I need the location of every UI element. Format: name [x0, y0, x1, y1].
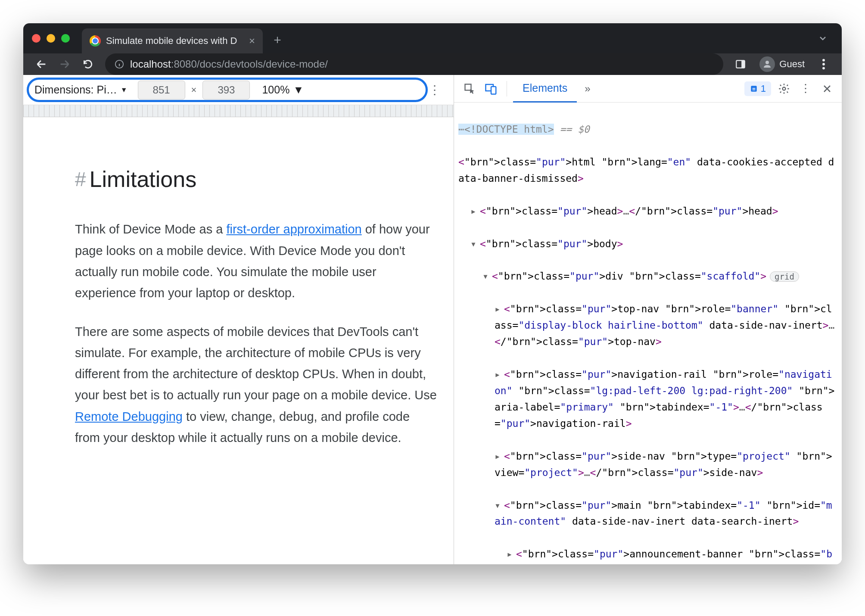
paragraph: There are some aspects of mobile devices…: [75, 321, 437, 449]
close-tab-icon[interactable]: ×: [249, 35, 255, 47]
divider: [507, 81, 507, 96]
new-tab-button[interactable]: +: [268, 31, 287, 50]
svg-point-6: [822, 59, 825, 62]
avatar-icon: [759, 56, 775, 72]
svg-point-8: [822, 67, 825, 69]
maximize-window-button[interactable]: [61, 34, 70, 43]
chevron-down-icon: ▼: [121, 86, 128, 94]
link-remote-debugging[interactable]: Remote Debugging: [75, 410, 183, 423]
browser-menu-icon[interactable]: [813, 54, 834, 75]
times-separator: ×: [190, 84, 199, 96]
titlebar: Simulate mobile devices with D × +: [23, 23, 842, 53]
dom-node[interactable]: ▸<"brn">class="pur">top-nav "brn">role="…: [458, 301, 837, 350]
ruler: [23, 105, 454, 117]
dom-tree[interactable]: ⋯<!DOCTYPE html> == $0 <"brn">class="pur…: [454, 103, 842, 564]
dom-node[interactable]: ▾<"brn">class="pur">div "brn">class="sca…: [458, 268, 837, 285]
dom-node[interactable]: ▸<"brn">class="pur">navigation-rail "brn…: [458, 367, 837, 432]
link-first-order[interactable]: first-order approximation: [226, 222, 361, 236]
hash-icon: #: [75, 162, 86, 196]
info-icon: [115, 59, 124, 69]
svg-rect-11: [491, 87, 496, 94]
dom-node[interactable]: ▾<"brn">class="pur">body>: [458, 236, 837, 252]
close-devtools-icon[interactable]: [818, 80, 836, 97]
url-text: localhost:8080/docs/devtools/device-mode…: [130, 58, 328, 70]
back-button[interactable]: [31, 54, 52, 75]
paragraph: Think of Device Mode as a first-order ap…: [75, 219, 437, 304]
height-input[interactable]: [202, 81, 250, 100]
device-mode-pane: Dimensions: Pi… ▼ × 100% ▼ ⋮ #Limitation…: [23, 75, 454, 564]
dom-node[interactable]: ▸<"brn">class="pur">announcement-banner …: [458, 546, 837, 564]
forward-button[interactable]: [54, 54, 75, 75]
device-toolbar: Dimensions: Pi… ▼ × 100% ▼ ⋮: [23, 75, 454, 105]
devtools-pane: Elements » 1 ⋮ ⋯<!DOCTYPE html>: [454, 75, 842, 564]
dom-node[interactable]: ▸<"brn">class="pur">side-nav "brn">type=…: [458, 448, 837, 481]
device-toggle-icon[interactable]: [482, 79, 501, 98]
more-tabs-icon[interactable]: »: [579, 83, 595, 95]
page-viewport[interactable]: #Limitations Think of Device Mode as a f…: [23, 117, 454, 564]
devtools-toolbar: Elements » 1 ⋮: [454, 75, 842, 103]
profile-button[interactable]: Guest: [753, 54, 811, 75]
svg-rect-4: [741, 60, 745, 68]
dom-node[interactable]: ▾<"brn">class="pur">main "brn">tabindex=…: [458, 498, 837, 530]
dimensions-dropdown[interactable]: Dimensions: Pi… ▼: [28, 84, 134, 96]
content-area: Dimensions: Pi… ▼ × 100% ▼ ⋮ #Limitation…: [23, 75, 842, 564]
tab-title: Simulate mobile devices with D: [106, 35, 237, 47]
chrome-icon: [90, 35, 101, 47]
close-window-button[interactable]: [32, 34, 40, 43]
address-bar: localhost:8080/docs/devtools/device-mode…: [23, 53, 842, 75]
url-input[interactable]: localhost:8080/docs/devtools/device-mode…: [105, 53, 723, 75]
dom-node[interactable]: <"brn">class="pur">html "brn">lang="en" …: [458, 154, 837, 187]
side-panel-icon[interactable]: [730, 54, 751, 75]
zoom-dropdown[interactable]: 100% ▼: [254, 84, 311, 96]
width-input[interactable]: [138, 81, 185, 100]
devtools-menu-icon[interactable]: ⋮: [797, 80, 814, 97]
dom-node[interactable]: ▸<"brn">class="pur">head>…</"brn">class=…: [458, 203, 837, 220]
minimize-window-button[interactable]: [47, 34, 55, 43]
device-toolbar-menu-icon[interactable]: ⋮: [429, 88, 441, 92]
page-heading: #Limitations: [75, 160, 437, 198]
grid-badge[interactable]: grid: [770, 271, 799, 282]
svg-rect-14: [752, 89, 755, 90]
settings-icon[interactable]: [775, 80, 793, 97]
svg-rect-13: [752, 88, 755, 89]
tabs-dropdown-icon[interactable]: [812, 33, 833, 44]
reload-button[interactable]: [78, 54, 98, 75]
chevron-down-icon: ▼: [293, 84, 304, 96]
issue-icon: [750, 84, 758, 93]
inspect-icon[interactable]: [460, 79, 479, 98]
tab-elements[interactable]: Elements: [513, 75, 577, 103]
window-controls: [32, 34, 70, 43]
svg-point-7: [822, 63, 825, 65]
browser-tab[interactable]: Simulate mobile devices with D ×: [82, 28, 263, 53]
svg-point-5: [765, 61, 769, 64]
browser-window: Simulate mobile devices with D × + local…: [23, 23, 842, 564]
svg-point-15: [783, 87, 786, 90]
issues-badge[interactable]: 1: [744, 81, 771, 96]
profile-label: Guest: [779, 59, 805, 70]
